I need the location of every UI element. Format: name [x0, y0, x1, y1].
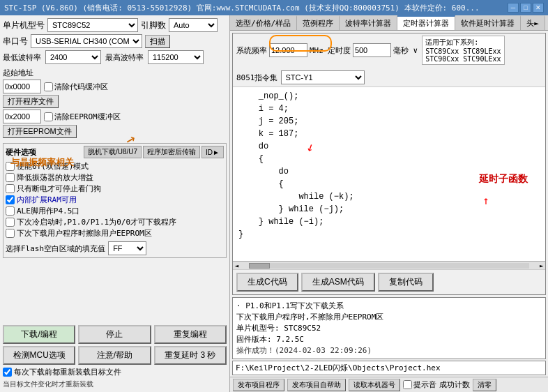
pin-label: 引脚数 — [141, 20, 166, 31]
min-baud-select[interactable]: 2400 — [45, 50, 101, 64]
hw-tab-2[interactable]: 程序加密后传输 — [143, 146, 200, 158]
hw-tabs: 脱机下载/U8/U7 程序加密后传输 ID► — [84, 146, 224, 158]
addr1-row: 清除代码缓冲区 — [3, 80, 227, 93]
reprogram-button[interactable]: 重复编程 — [154, 325, 227, 344]
file-path: F:\KeilProject\2-2LED闪烁\Objects\Project.… — [232, 361, 546, 375]
status-line-4: 固件版本: 7.2.5C — [236, 334, 542, 345]
hw-tab-3[interactable]: ID► — [201, 146, 224, 158]
read-id-button[interactable]: 读取本机器号 — [349, 379, 400, 391]
check-mcu-button[interactable]: 检测MCU选项 — [3, 346, 75, 365]
bottom-buttons: 下载/编程 停止 重复编程 检测MCU选项 注意/帮助 重复延时 3 秒 每次下… — [3, 325, 227, 389]
help-button[interactable]: 注意/帮助 — [78, 346, 151, 365]
max-baud-label: 最高波特率 — [105, 52, 144, 63]
scroll-track — [249, 263, 529, 269]
status-line-3: 单片机型号: STC89C52 — [236, 323, 542, 333]
copy-code-button[interactable]: 复制代码 — [378, 273, 434, 292]
hw-check-6[interactable] — [6, 218, 15, 227]
code-toolbar: 系统频率 MHz 定时度 毫秒 ∨ 适用于如下系列: STC89Cxx STC8… — [233, 33, 545, 87]
series-line-1: STC89Cxx STC89LExx — [425, 47, 501, 55]
horizontal-scrollbar[interactable]: ◄ ► — [233, 261, 545, 269]
addr2-input[interactable] — [3, 110, 41, 123]
tab-examples[interactable]: 范例程序 — [297, 15, 340, 30]
tab-timer-calc[interactable]: 定时器计算器 — [397, 15, 455, 30]
hw-check-7[interactable] — [6, 229, 15, 238]
status-area: · P1.0和P1.1写下次下载关系 下次下载用户程序时,不擦除用户EEPROM… — [232, 297, 546, 359]
window-controls: ─ □ ✕ — [508, 3, 544, 13]
instruction-select[interactable]: STC-Y1 — [281, 70, 365, 84]
download-button[interactable]: 下载/编程 — [3, 325, 75, 344]
publish-help-button[interactable]: 发布项目自帮助 — [287, 379, 346, 391]
timer-unit: 毫秒 ∨ — [393, 45, 418, 56]
minimize-button[interactable]: ─ — [508, 3, 519, 13]
crystal-annotation: 与晶振频率相关 — [10, 156, 74, 169]
main-container: 单片机型号 STC89C52 引脚数 Auto 串口号 USB-SERIAL C… — [0, 15, 548, 392]
com-select[interactable]: USB-SERIAL CH340 (COM11) — [31, 34, 142, 48]
start-addr-label: 起始地址 — [3, 68, 227, 78]
right-panel: 选型/价格/样品 范例程序 波特率计算器 定时器计算器 软件延时计算器 头► 系… — [230, 15, 548, 392]
file-row-2: 打开EEPROM文件 — [3, 125, 227, 138]
min-baud-label: 最低波特率 — [3, 52, 41, 63]
flash-select[interactable]: FF — [108, 241, 146, 255]
tip-sound-input[interactable] — [403, 380, 412, 389]
scroll-right-btn[interactable]: ► — [538, 262, 545, 269]
title-bar: STC-ISP (V6.86O) (销售电话: 0513-55012928) 官… — [0, 0, 548, 15]
close-button[interactable]: ✕ — [533, 3, 544, 13]
clear-eeprom-check[interactable] — [44, 112, 53, 121]
success-count-label: 成功计数 — [439, 379, 470, 390]
left-panel: 单片机型号 STC89C52 引脚数 Auto 串口号 USB-SERIAL C… — [0, 15, 230, 392]
hw-option-7: 下次下载用户程序时擦除用户EEPROM区 — [6, 228, 224, 239]
generate-asm-button[interactable]: 生成ASM代码 — [301, 273, 375, 292]
code-area: _nop_(); i = 4; j = 205; k = 187; do { d… — [233, 87, 545, 261]
scan-button[interactable]: 扫描 — [145, 35, 170, 48]
instruction-row: 8051指令集 STC-Y1 — [236, 70, 365, 84]
max-baud-select[interactable]: 115200 — [148, 50, 204, 64]
tab-baud-calc[interactable]: 波特率计算器 — [340, 15, 397, 30]
clear-count-button[interactable]: 清零 — [473, 379, 496, 391]
hw-check-4[interactable] — [6, 195, 15, 204]
flash-label: 选择Flash空白区域的填充值 — [6, 243, 105, 254]
open-eeprom-file-button[interactable]: 打开EEPROM文件 — [3, 125, 77, 138]
addr2-row: 清除EEPROM缓冲区 — [3, 110, 227, 123]
open-prog-file-button[interactable]: 打开程序文件 — [3, 95, 59, 108]
mcu-select[interactable]: STC89C52 — [47, 18, 138, 32]
com-row: 串口号 USB-SERIAL CH340 (COM11) 扫描 — [3, 34, 227, 48]
hw-option-2: 降低振荡器的放大增益 — [6, 172, 224, 183]
title-text: STC-ISP (V6.86O) (销售电话: 0513-55012928) 官… — [4, 3, 480, 13]
addr-section: 起始地址 清除代码缓冲区 打开程序文件 清除EEPROM缓冲区 打开EEPRO — [3, 68, 227, 140]
generate-c-button[interactable]: 生成C代码 — [236, 273, 298, 292]
tab-selection[interactable]: 选型/价格/样品 — [230, 15, 297, 30]
instruction-label: 8051指令集 — [236, 73, 278, 83]
hw-tab-1[interactable]: 脱机下载/U8/U7 — [84, 146, 142, 158]
freq-row: 系统频率 MHz — [236, 43, 324, 57]
tab-delay-calc[interactable]: 软件延时计算器 — [455, 15, 521, 30]
freq-label: 系统频率 — [236, 45, 267, 56]
second-btn-row: 检测MCU选项 注意/帮助 重复延时 3 秒 — [3, 346, 227, 365]
success-line: 操作成功！(2024-02-03 22:09:26) — [236, 345, 542, 356]
series-box: 适用于如下系列: STC89Cxx STC89LExx STC90Cxx STC… — [422, 36, 504, 65]
timer-row: 定时度 毫秒 ∨ — [328, 43, 418, 57]
reload-checkbox: 每次下载前都重新装载目标文件 — [3, 367, 227, 377]
reload-check[interactable] — [3, 368, 12, 377]
redelay-button[interactable]: 重复延时 3 秒 — [154, 346, 227, 365]
maximize-button[interactable]: □ — [520, 3, 531, 13]
hw-option-3: 只有断电才可停止看门狗 — [6, 183, 224, 194]
mcu-row: 单片机型号 STC89C52 引脚数 Auto — [3, 18, 227, 32]
hw-option-4: 内部扩展RAM可用 — [6, 195, 224, 205]
freq-input[interactable] — [269, 43, 307, 57]
addr1-input[interactable] — [3, 80, 41, 93]
scroll-thumb[interactable] — [249, 263, 270, 269]
pin-select[interactable]: Auto — [169, 18, 218, 32]
timer-input[interactable] — [353, 43, 391, 57]
flash-row: 选择Flash空白区域的填充值 FF — [6, 241, 224, 255]
hw-option-5: ALE脚用作P4.5口 — [6, 206, 224, 216]
scroll-left-btn[interactable]: ◄ — [233, 262, 241, 269]
hw-check-3[interactable] — [6, 184, 15, 193]
hw-check-5[interactable] — [6, 206, 15, 216]
tip-sound-check: 提示音 — [403, 379, 436, 390]
mcu-label: 单片机型号 — [3, 20, 45, 31]
publish-program-button[interactable]: 发布项目程序 — [233, 379, 284, 391]
tab-more[interactable]: 头► — [521, 15, 545, 30]
stop-button[interactable]: 停止 — [78, 325, 151, 344]
clear-code-check[interactable] — [44, 82, 53, 91]
hw-check-2[interactable] — [6, 173, 15, 182]
